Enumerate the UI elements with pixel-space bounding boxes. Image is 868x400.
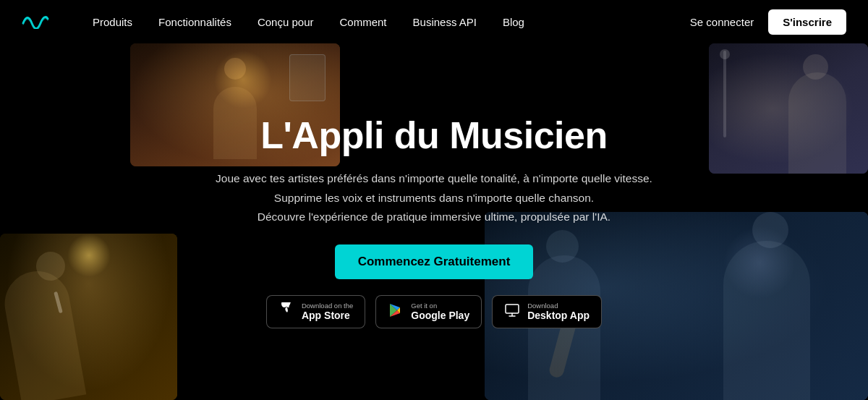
apple-icon xyxy=(278,302,294,321)
hero-subtitle-line3: Découvre l'expérience de pratique immers… xyxy=(258,210,610,223)
google-play-icon xyxy=(388,302,404,321)
desktop-app-main: Desktop App xyxy=(527,310,590,322)
hero-content: L'Appli du Musicien Joue avec tes artist… xyxy=(216,115,652,328)
app-store-main: App Store xyxy=(302,310,353,322)
nav-link-fonctionnalites[interactable]: Fonctionnalités xyxy=(158,16,231,28)
bg-panel-top-right xyxy=(709,43,868,174)
nav-actions: Se connecter S'inscrire xyxy=(690,9,846,35)
hero-subtitle: Joue avec tes artistes préférés dans n'i… xyxy=(216,169,652,226)
nav-link-blog[interactable]: Blog xyxy=(503,16,524,28)
hero-subtitle-line1: Joue avec tes artistes préférés dans n'i… xyxy=(216,172,652,184)
desktop-app-sub: Download xyxy=(527,302,590,310)
app-store-button[interactable]: Download on the App Store xyxy=(266,295,365,328)
desktop-app-text: Download Desktop App xyxy=(527,302,590,322)
app-store-sub: Download on the xyxy=(302,302,353,310)
nav-link-business-api[interactable]: Business API xyxy=(413,16,477,28)
logo[interactable] xyxy=(22,12,49,32)
signup-button[interactable]: S'inscrire xyxy=(768,9,846,35)
google-play-sub: Get it on xyxy=(411,302,469,310)
login-button[interactable]: Se connecter xyxy=(690,16,754,28)
google-play-main: Google Play xyxy=(411,310,469,322)
app-store-text: Download on the App Store xyxy=(302,302,353,322)
hero-title: L'Appli du Musicien xyxy=(260,115,608,156)
nav-link-concu-pour[interactable]: Conçu pour xyxy=(258,16,314,28)
cta-button[interactable]: Commencez Gratuitement xyxy=(335,244,534,279)
google-play-button[interactable]: Get it on Google Play xyxy=(375,295,482,328)
hero-section: L'Appli du Musicien Joue avec tes artist… xyxy=(0,43,868,400)
nav-link-comment[interactable]: Comment xyxy=(340,16,387,28)
google-play-text: Get it on Google Play xyxy=(411,302,469,322)
desktop-app-button[interactable]: Download Desktop App xyxy=(492,295,602,328)
nav-link-produits[interactable]: Produits xyxy=(93,16,132,28)
bg-panel-bottom-left xyxy=(0,234,177,400)
store-buttons: Download on the App Store Get it on Go xyxy=(266,295,602,328)
svg-rect-4 xyxy=(506,305,519,313)
desktop-icon xyxy=(504,302,520,321)
hero-subtitle-line2: Supprime les voix et instruments dans n'… xyxy=(274,192,594,204)
nav-links: Produits Fonctionnalités Conçu pour Comm… xyxy=(93,16,690,28)
navbar: Produits Fonctionnalités Conçu pour Comm… xyxy=(0,0,868,43)
